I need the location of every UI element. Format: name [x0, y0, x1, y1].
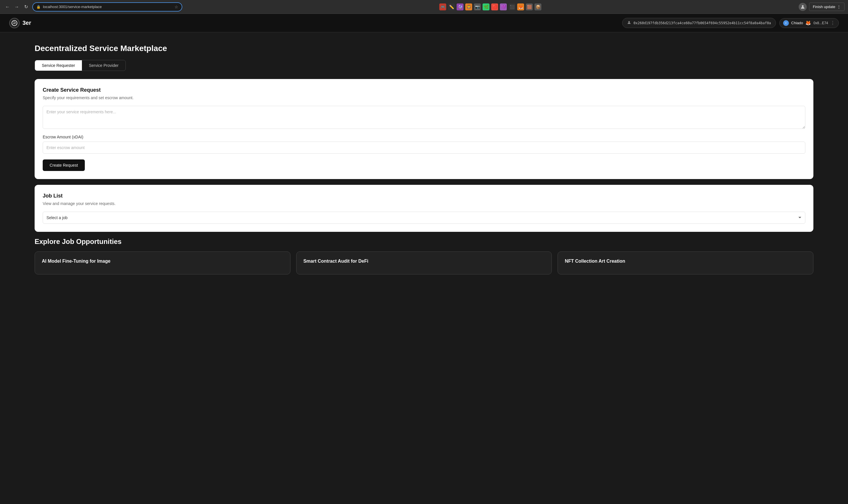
job-card-0[interactable]: AI Model Fine-Tuning for Image: [35, 251, 290, 274]
job-card-1[interactable]: Smart Contract Audit for DeFi: [296, 251, 552, 274]
reload-button[interactable]: ↻: [22, 3, 30, 11]
escrow-amount-input[interactable]: [43, 142, 805, 154]
create-request-subtitle: Specify your requirements and set escrow…: [43, 95, 805, 100]
app-logo: 3er: [9, 18, 31, 28]
explore-title: Explore Job Opportunities: [35, 238, 813, 246]
job-list-title: Job List: [43, 193, 805, 199]
network-selector[interactable]: C Chiado 🦊 0x8...E74 ⋮: [779, 18, 839, 28]
svg-point-1: [12, 20, 17, 26]
ext-icon-1[interactable]: 🎮: [439, 3, 446, 11]
tab-service-provider[interactable]: Service Provider: [82, 60, 125, 71]
header-right: 0x260d197fdb356d213fca4ce60a77fb0654f694…: [622, 18, 839, 28]
wallet-address-text: 0x260d197fdb356d213fca4ce60a77fb0654f694…: [633, 21, 771, 25]
profile-icon[interactable]: [799, 3, 807, 11]
ext-icon-11[interactable]: 🟫: [526, 3, 533, 11]
create-request-card: Create Service Request Specify your requ…: [35, 79, 813, 179]
app-header: 3er 0x260d197fdb356d213fca4ce60a77fb0654…: [0, 14, 848, 32]
job-card-title-0: AI Model Fine-Tuning for Image: [42, 259, 283, 264]
job-card-title-2: NFT Collection Art Creation: [565, 259, 806, 264]
logo-icon: [9, 18, 20, 28]
job-card-2[interactable]: NFT Collection Art Creation: [558, 251, 813, 274]
finish-update-label: Finish update: [813, 5, 835, 9]
bookmark-icon[interactable]: ☆: [175, 5, 178, 9]
ext-icon-7[interactable]: 🔴: [491, 3, 498, 11]
address-bar[interactable]: 🔒 localhost:3001/service-marketplace ☆: [32, 2, 182, 12]
lock-icon: 🔒: [36, 5, 41, 9]
job-list-subtitle: View and manage your service requests.: [43, 201, 805, 206]
wallet-address-bar[interactable]: 0x260d197fdb356d213fca4ce60a77fb0654f694…: [622, 18, 776, 28]
ext-icon-12[interactable]: 📦: [534, 3, 542, 11]
forward-button[interactable]: →: [13, 3, 21, 11]
browser-extensions: 🎮 ✏️ 🔮 🦁 📷 🌿 🔴 💜 ⬛ 🦊 🟫 📦: [184, 3, 796, 11]
ext-icon-10[interactable]: 🦊: [517, 3, 524, 11]
network-avatar: C: [783, 20, 789, 26]
job-card-title-1: Smart Contract Audit for DeFi: [303, 259, 545, 264]
ext-icon-2[interactable]: ✏️: [448, 3, 455, 11]
job-cards-grid: AI Model Fine-Tuning for Image Smart Con…: [35, 251, 813, 274]
main-content: Decentralized Service Marketplace Servic…: [0, 32, 848, 504]
browser-chrome: ← → ↻ 🔒 localhost:3001/service-marketpla…: [0, 0, 848, 14]
page-title: Decentralized Service Marketplace: [35, 44, 813, 53]
ext-icon-5[interactable]: 📷: [474, 3, 481, 11]
finish-update-button[interactable]: Finish update ⋮: [809, 3, 845, 11]
network-name: Chiado: [791, 21, 803, 25]
ext-icon-9[interactable]: ⬛: [509, 3, 515, 11]
tab-bar: Service Requester Service Provider: [35, 60, 126, 71]
escrow-label: Escrow Amount (xDAI): [43, 134, 805, 139]
ext-icon-3[interactable]: 🔮: [457, 3, 463, 11]
ext-icon-4[interactable]: 🦁: [465, 3, 472, 11]
more-icon: ⋮: [837, 5, 841, 9]
job-select[interactable]: Select a job: [43, 212, 805, 224]
ext-icon-8[interactable]: 💜: [500, 3, 507, 11]
svg-point-2: [629, 21, 630, 22]
create-request-button[interactable]: Create Request: [43, 159, 85, 171]
network-more-icon[interactable]: ⋮: [830, 20, 835, 26]
browser-right: Finish update ⋮: [799, 3, 845, 11]
logo-text: 3er: [22, 20, 31, 26]
job-list-card: Job List View and manage your service re…: [35, 185, 813, 232]
browser-nav-buttons: ← → ↻: [3, 3, 30, 11]
fox-icon: 🦊: [805, 20, 811, 26]
back-button[interactable]: ←: [3, 3, 12, 11]
svg-point-0: [802, 5, 803, 7]
person-icon: [627, 20, 631, 25]
service-requirements-textarea[interactable]: [43, 106, 805, 129]
tab-service-requester[interactable]: Service Requester: [35, 60, 82, 71]
network-address: 0x8...E74: [813, 21, 828, 25]
url-text: localhost:3001/service-marketplace: [43, 5, 172, 9]
create-request-title: Create Service Request: [43, 87, 805, 93]
ext-icon-6[interactable]: 🌿: [482, 3, 490, 11]
